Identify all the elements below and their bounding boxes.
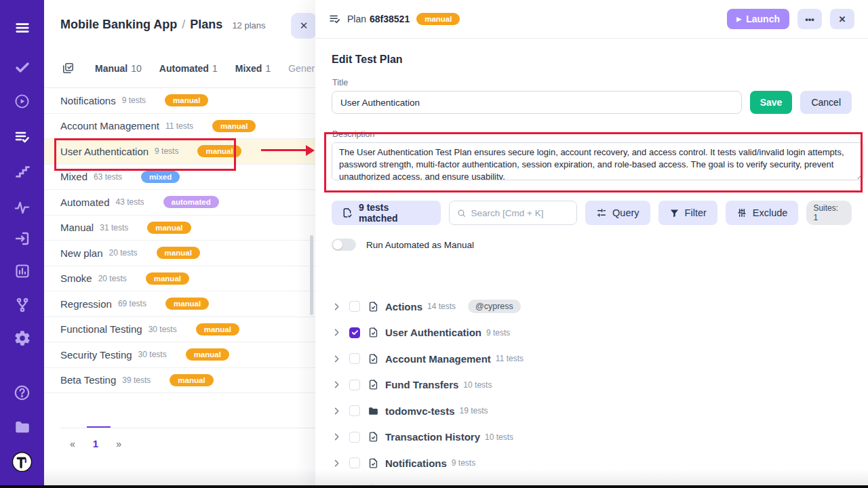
filter-button[interactable]: Filter [658, 201, 717, 225]
suites-count-badge: Suites: 1 [806, 201, 852, 225]
plan-list-item[interactable]: Notifications 9 tests manual [44, 88, 315, 114]
plan-name: Regression [60, 298, 112, 310]
run-automated-toggle[interactable] [332, 239, 356, 251]
chevron-right-icon[interactable] [332, 406, 342, 416]
logo-t-icon[interactable] [0, 451, 44, 472]
login-icon[interactable] [0, 230, 44, 247]
suite-checkbox[interactable] [349, 301, 360, 312]
suite-name: Actions [385, 301, 422, 312]
cancel-button[interactable]: Cancel [800, 91, 852, 114]
plan-test-count: 69 tests [118, 299, 146, 308]
select-all-icon[interactable] [62, 62, 75, 75]
bar-chart-icon[interactable] [0, 263, 44, 279]
suite-row[interactable]: Fund Transfers 10 tests [332, 372, 852, 399]
plan-list-item[interactable]: Account Management 11 tests manual [44, 114, 315, 140]
plan-test-count: 20 tests [109, 248, 138, 258]
panel-footer [44, 468, 315, 485]
chevron-right-icon[interactable] [332, 302, 342, 312]
pagination-page-1[interactable]: 1 [93, 438, 98, 449]
detail-close-button[interactable]: ✕ [830, 9, 854, 29]
suite-test-count: 19 tests [460, 406, 488, 415]
plan-test-count: 9 tests [122, 96, 146, 105]
suites-list: Actions 14 tests @cypress User Authentic… [332, 293, 852, 488]
sliders-icon [596, 207, 607, 218]
suite-checkbox[interactable] [349, 327, 360, 338]
plan-test-count: 9 tests [155, 146, 178, 156]
plan-list-item[interactable]: Functional Testing 30 tests manual [44, 317, 315, 343]
suite-row[interactable]: Notifications 9 tests [332, 450, 852, 476]
suite-checkbox[interactable] [349, 458, 360, 468]
plan-type-badge: manual [416, 13, 460, 25]
plan-list-item[interactable]: Mixed 63 tests mixed [44, 165, 315, 190]
check-icon[interactable] [0, 59, 44, 75]
activity-icon[interactable] [0, 200, 44, 216]
query-button[interactable]: Query [585, 201, 650, 225]
plan-type-badge: manual [212, 120, 256, 132]
chevron-right-icon[interactable] [332, 380, 342, 390]
app-sidebar [0, 0, 44, 488]
plan-list-item[interactable]: Automated 43 tests automated [44, 190, 315, 216]
suite-row[interactable]: User Authentication 9 tests [332, 320, 852, 346]
search-input[interactable] [471, 208, 569, 218]
folder-icon[interactable] [0, 418, 44, 436]
save-button[interactable]: Save [750, 91, 793, 114]
help-icon[interactable] [0, 384, 44, 401]
plan-list-item[interactable]: Security Testing 30 tests manual [44, 342, 315, 368]
plan-tab[interactable]: Mixed1 [235, 63, 271, 74]
plan-name: Security Testing [60, 349, 132, 361]
gear-icon[interactable] [0, 329, 44, 347]
playlist-check-icon[interactable] [0, 129, 44, 145]
plan-list-item[interactable]: User Authentication 9 tests manual [44, 139, 315, 165]
more-options-button[interactable]: ••• [797, 9, 822, 29]
plan-list-item[interactable]: Smoke 20 tests manual [44, 266, 315, 292]
plan-tab[interactable]: Gener [288, 63, 318, 74]
description-textarea[interactable]: The User Authentication Test Plan ensure… [332, 142, 864, 180]
suite-name: User Authentication [385, 327, 481, 338]
plan-list-item[interactable]: Beta Testing 39 tests manual [44, 368, 315, 394]
suite-checkbox[interactable] [349, 380, 360, 390]
branch-icon[interactable] [0, 297, 44, 313]
toggle-knob [333, 240, 342, 249]
pagination-next-button[interactable]: » [116, 439, 121, 449]
suite-row[interactable]: todomvc-tests 19 tests [332, 398, 852, 424]
chevron-right-icon[interactable] [332, 432, 342, 442]
plan-type-badge: manual [147, 222, 191, 234]
plan-list-item[interactable]: Regression 69 tests manual [44, 291, 315, 317]
suite-row[interactable]: Account Management 11 tests [332, 346, 852, 372]
title-input[interactable] [332, 91, 742, 114]
chevron-right-icon[interactable] [332, 458, 342, 468]
plan-name: User Authentication [60, 146, 149, 157]
plan-list-item[interactable]: Manual 31 tests manual [44, 216, 315, 241]
chevron-right-icon[interactable] [332, 354, 342, 364]
menu-icon[interactable] [0, 20, 44, 35]
plan-tab[interactable]: Manual10 [95, 63, 142, 74]
suite-row[interactable]: Actions 14 tests @cypress [332, 293, 852, 320]
scrollbar-thumb[interactable] [310, 235, 313, 315]
suite-name: Notifications [385, 458, 447, 469]
chevron-right-icon[interactable] [332, 327, 342, 338]
suite-checkbox[interactable] [349, 405, 360, 416]
suite-row[interactable]: Transaction History 10 tests [332, 424, 852, 451]
play-circle-icon[interactable] [0, 94, 44, 109]
suite-checkbox[interactable] [349, 353, 360, 364]
document-icon [368, 301, 379, 312]
exclude-button[interactable]: Exclude [726, 201, 799, 225]
plan-tab[interactable]: Automated1 [159, 63, 218, 74]
plan-test-count: 39 tests [122, 375, 151, 385]
tests-matched-pill[interactable]: 9 tests matched [332, 201, 441, 225]
plan-name: Functional Testing [60, 323, 142, 335]
plan-name: New plan [60, 247, 103, 259]
stairs-icon[interactable] [0, 164, 44, 179]
plan-name: Automated [60, 197, 110, 208]
suite-tag-badge: @cypress [468, 300, 521, 313]
pagination-prev-button[interactable]: « [70, 439, 75, 449]
plan-type-badge: manual [196, 323, 239, 336]
tests-toolbar: 9 tests matched Query Filter Exclude [332, 201, 852, 225]
document-icon [368, 327, 379, 338]
document-icon [368, 353, 379, 365]
suite-checkbox[interactable] [349, 432, 360, 443]
panel-close-button[interactable]: ✕ [291, 13, 317, 39]
plan-list-item[interactable]: New plan 20 tests manual [44, 241, 315, 266]
app-screen: Mobile Banking App/Plans 12 plans ✕ Manu… [0, 0, 868, 488]
launch-button[interactable]: ▶Launch [727, 9, 789, 29]
